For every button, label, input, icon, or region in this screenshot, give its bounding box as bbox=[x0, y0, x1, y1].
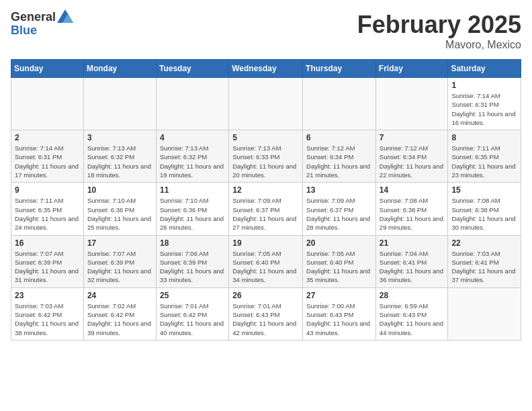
day-number: 22 bbox=[451, 238, 517, 248]
day-number: 13 bbox=[306, 185, 372, 195]
calendar-cell bbox=[375, 78, 448, 130]
calendar-cell: 25Sunrise: 7:01 AM Sunset: 6:42 PM Dayli… bbox=[156, 287, 228, 340]
calendar-cell: 9Sunrise: 7:11 AM Sunset: 6:35 PM Daylig… bbox=[11, 183, 84, 235]
day-info: Sunrise: 7:03 AM Sunset: 6:42 PM Dayligh… bbox=[15, 302, 80, 337]
calendar-cell: 20Sunrise: 7:05 AM Sunset: 6:40 PM Dayli… bbox=[303, 235, 376, 287]
day-number: 18 bbox=[160, 238, 225, 248]
calendar-header-wednesday: Wednesday bbox=[229, 60, 303, 78]
day-number: 1 bbox=[451, 81, 517, 90]
day-number: 12 bbox=[232, 185, 299, 195]
day-info: Sunrise: 7:11 AM Sunset: 6:35 PM Dayligh… bbox=[15, 196, 80, 232]
calendar-cell: 8Sunrise: 7:11 AM Sunset: 6:35 PM Daylig… bbox=[448, 130, 521, 183]
day-number: 2 bbox=[15, 133, 80, 142]
calendar-table: SundayMondayTuesdayWednesdayThursdayFrid… bbox=[11, 59, 521, 340]
calendar-cell: 16Sunrise: 7:07 AM Sunset: 6:39 PM Dayli… bbox=[11, 235, 84, 287]
day-info: Sunrise: 7:01 AM Sunset: 6:42 PM Dayligh… bbox=[160, 302, 225, 337]
day-info: Sunrise: 7:10 AM Sunset: 6:36 PM Dayligh… bbox=[87, 196, 152, 232]
day-info: Sunrise: 7:13 AM Sunset: 6:32 PM Dayligh… bbox=[160, 144, 225, 179]
calendar-cell: 2Sunrise: 7:14 AM Sunset: 6:31 PM Daylig… bbox=[11, 130, 84, 183]
calendar-cell: 18Sunrise: 7:06 AM Sunset: 6:39 PM Dayli… bbox=[156, 235, 228, 287]
day-number: 11 bbox=[160, 185, 225, 195]
title-block: February 2025 Mavoro, Mexico bbox=[357, 11, 521, 51]
day-info: Sunrise: 7:10 AM Sunset: 6:36 PM Dayligh… bbox=[160, 196, 225, 232]
calendar-cell: 3Sunrise: 7:13 AM Sunset: 6:32 PM Daylig… bbox=[83, 130, 156, 183]
calendar-cell: 1Sunrise: 7:14 AM Sunset: 6:31 PM Daylig… bbox=[448, 78, 521, 130]
day-info: Sunrise: 7:08 AM Sunset: 6:38 PM Dayligh… bbox=[380, 196, 445, 232]
calendar-header-saturday: Saturday bbox=[448, 60, 521, 78]
day-info: Sunrise: 7:02 AM Sunset: 6:42 PM Dayligh… bbox=[87, 302, 152, 337]
day-info: Sunrise: 7:05 AM Sunset: 6:40 PM Dayligh… bbox=[306, 249, 372, 285]
day-number: 4 bbox=[160, 133, 225, 142]
calendar-week-4: 23Sunrise: 7:03 AM Sunset: 6:42 PM Dayli… bbox=[11, 287, 521, 340]
day-number: 23 bbox=[15, 291, 80, 300]
calendar-cell: 12Sunrise: 7:09 AM Sunset: 6:37 PM Dayli… bbox=[229, 183, 303, 235]
calendar-cell bbox=[156, 78, 228, 130]
day-info: Sunrise: 7:11 AM Sunset: 6:35 PM Dayligh… bbox=[451, 144, 517, 179]
calendar-week-0: 1Sunrise: 7:14 AM Sunset: 6:31 PM Daylig… bbox=[11, 78, 521, 130]
day-info: Sunrise: 7:00 AM Sunset: 6:43 PM Dayligh… bbox=[306, 302, 372, 337]
day-number: 10 bbox=[87, 185, 152, 195]
calendar-cell: 23Sunrise: 7:03 AM Sunset: 6:42 PM Dayli… bbox=[11, 287, 84, 340]
calendar-cell: 4Sunrise: 7:13 AM Sunset: 6:32 PM Daylig… bbox=[156, 130, 228, 183]
calendar-cell bbox=[229, 78, 303, 130]
calendar-cell bbox=[303, 78, 376, 130]
calendar-cell: 27Sunrise: 7:00 AM Sunset: 6:43 PM Dayli… bbox=[303, 287, 376, 340]
calendar-cell: 6Sunrise: 7:12 AM Sunset: 6:34 PM Daylig… bbox=[303, 130, 376, 183]
page-header: General Blue February 2025 Mavoro, Mexic… bbox=[11, 11, 521, 51]
day-info: Sunrise: 6:59 AM Sunset: 6:43 PM Dayligh… bbox=[380, 302, 445, 337]
calendar-week-3: 16Sunrise: 7:07 AM Sunset: 6:39 PM Dayli… bbox=[11, 235, 521, 287]
location: Mavoro, Mexico bbox=[357, 39, 521, 51]
calendar-cell: 11Sunrise: 7:10 AM Sunset: 6:36 PM Dayli… bbox=[156, 183, 228, 235]
day-number: 19 bbox=[232, 238, 299, 248]
day-number: 28 bbox=[380, 291, 445, 300]
calendar-cell bbox=[83, 78, 156, 130]
calendar-cell: 15Sunrise: 7:08 AM Sunset: 6:38 PM Dayli… bbox=[448, 183, 521, 235]
logo-general-text: General bbox=[11, 11, 56, 24]
calendar-cell: 19Sunrise: 7:05 AM Sunset: 6:40 PM Dayli… bbox=[229, 235, 303, 287]
calendar-header-monday: Monday bbox=[83, 60, 156, 78]
day-number: 7 bbox=[380, 133, 445, 142]
calendar-header-tuesday: Tuesday bbox=[156, 60, 228, 78]
day-info: Sunrise: 7:13 AM Sunset: 6:32 PM Dayligh… bbox=[87, 144, 152, 179]
day-number: 8 bbox=[451, 133, 517, 142]
calendar-cell: 7Sunrise: 7:12 AM Sunset: 6:34 PM Daylig… bbox=[375, 130, 448, 183]
day-info: Sunrise: 7:07 AM Sunset: 6:39 PM Dayligh… bbox=[15, 249, 80, 285]
day-number: 17 bbox=[87, 238, 152, 248]
day-number: 3 bbox=[87, 133, 152, 142]
calendar-cell: 21Sunrise: 7:04 AM Sunset: 6:41 PM Dayli… bbox=[375, 235, 448, 287]
day-info: Sunrise: 7:13 AM Sunset: 6:33 PM Dayligh… bbox=[232, 144, 299, 179]
calendar-cell: 10Sunrise: 7:10 AM Sunset: 6:36 PM Dayli… bbox=[83, 183, 156, 235]
calendar-cell: 24Sunrise: 7:02 AM Sunset: 6:42 PM Dayli… bbox=[83, 287, 156, 340]
calendar-cell: 14Sunrise: 7:08 AM Sunset: 6:38 PM Dayli… bbox=[375, 183, 448, 235]
day-info: Sunrise: 7:05 AM Sunset: 6:40 PM Dayligh… bbox=[232, 249, 299, 285]
day-number: 16 bbox=[15, 238, 80, 248]
calendar-cell: 26Sunrise: 7:01 AM Sunset: 6:43 PM Dayli… bbox=[229, 287, 303, 340]
calendar-cell bbox=[11, 78, 84, 130]
calendar-week-2: 9Sunrise: 7:11 AM Sunset: 6:35 PM Daylig… bbox=[11, 183, 521, 235]
day-info: Sunrise: 7:09 AM Sunset: 6:37 PM Dayligh… bbox=[306, 196, 372, 232]
calendar-cell: 22Sunrise: 7:03 AM Sunset: 6:41 PM Dayli… bbox=[448, 235, 521, 287]
logo-icon bbox=[57, 9, 73, 23]
logo: General Blue bbox=[11, 11, 73, 38]
calendar-cell: 28Sunrise: 6:59 AM Sunset: 6:43 PM Dayli… bbox=[375, 287, 448, 340]
month-title: February 2025 bbox=[357, 11, 521, 39]
calendar-header-sunday: Sunday bbox=[11, 60, 84, 78]
calendar-week-1: 2Sunrise: 7:14 AM Sunset: 6:31 PM Daylig… bbox=[11, 130, 521, 183]
calendar-header-thursday: Thursday bbox=[303, 60, 376, 78]
day-number: 20 bbox=[306, 238, 372, 248]
day-info: Sunrise: 7:12 AM Sunset: 6:34 PM Dayligh… bbox=[380, 144, 445, 179]
day-info: Sunrise: 7:14 AM Sunset: 6:31 PM Dayligh… bbox=[15, 144, 80, 179]
day-info: Sunrise: 7:06 AM Sunset: 6:39 PM Dayligh… bbox=[160, 249, 225, 285]
calendar-cell: 5Sunrise: 7:13 AM Sunset: 6:33 PM Daylig… bbox=[229, 130, 303, 183]
calendar-cell bbox=[448, 287, 521, 340]
day-info: Sunrise: 7:03 AM Sunset: 6:41 PM Dayligh… bbox=[451, 249, 517, 285]
day-number: 6 bbox=[306, 133, 372, 142]
day-info: Sunrise: 7:04 AM Sunset: 6:41 PM Dayligh… bbox=[380, 249, 445, 285]
calendar-cell: 13Sunrise: 7:09 AM Sunset: 6:37 PM Dayli… bbox=[303, 183, 376, 235]
day-info: Sunrise: 7:08 AM Sunset: 6:38 PM Dayligh… bbox=[451, 196, 517, 232]
day-info: Sunrise: 7:12 AM Sunset: 6:34 PM Dayligh… bbox=[306, 144, 372, 179]
day-number: 9 bbox=[15, 185, 80, 195]
day-info: Sunrise: 7:01 AM Sunset: 6:43 PM Dayligh… bbox=[232, 302, 299, 337]
day-info: Sunrise: 7:09 AM Sunset: 6:37 PM Dayligh… bbox=[232, 196, 299, 232]
day-number: 26 bbox=[232, 291, 299, 300]
